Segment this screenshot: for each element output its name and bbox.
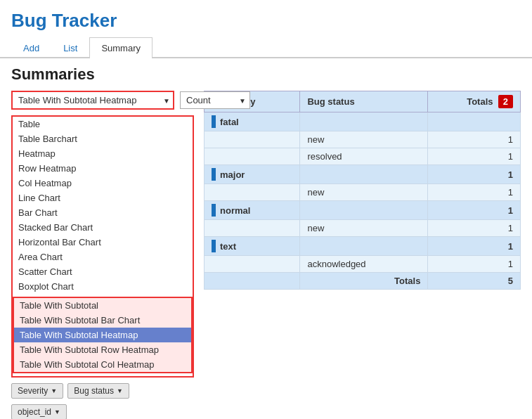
dropdown-item-area-chart[interactable]: Area Chart (13, 250, 193, 264)
groupby-buttons: Severity ▼ Bug status ▼ (11, 383, 194, 399)
field-objectid-caret: ▼ (54, 408, 60, 415)
severity-cell: normal (205, 201, 300, 220)
value-cell: 1 (428, 201, 521, 220)
severity-cell: major (205, 165, 300, 184)
groupby-bugstatus-caret: ▼ (117, 387, 123, 394)
bugstatus-cell (300, 201, 428, 220)
value-cell: 1 (428, 256, 521, 273)
groupby-severity-label: Severity (18, 386, 48, 396)
groupby-bugstatus-btn[interactable]: Bug status ▼ (67, 383, 129, 399)
severity-label: normal (220, 205, 250, 216)
dropdown-item-table-with-subtotal-bar-chart[interactable]: Table With Subtotal Bar Chart (14, 313, 191, 328)
bugstatus-cell (300, 112, 428, 131)
row-heatmap-bar (212, 204, 216, 217)
dropdown-item-line-chart[interactable]: Line Chart (13, 191, 193, 205)
dropdown-item-boxplot-chart[interactable]: Boxplot Chart (13, 279, 193, 294)
severity-label: major (220, 169, 245, 180)
table-row-totals: Totals 5 (205, 273, 521, 290)
table-row: text 1 (205, 237, 521, 256)
severity-cell (205, 256, 300, 273)
right-panel: Severity Bug status Totals 2 (204, 91, 521, 419)
severity-cell: text (205, 237, 300, 256)
bugstatus-cell: new (300, 220, 428, 237)
dropdown-item-bar-chart[interactable]: Bar Chart (13, 205, 193, 220)
tab-list[interactable]: List (51, 37, 89, 58)
dropdown-group-subtotal: Table With Subtotal Table With Subtotal … (13, 297, 193, 373)
aggregation-select-wrapper[interactable]: Count Sum Average ▼ (180, 91, 250, 109)
severity-cell (205, 184, 300, 201)
field-objectid-label: object_id (18, 407, 51, 417)
severity-cell (205, 273, 300, 290)
dropdown-item-stacked-bar-chart[interactable]: Stacked Bar Chart (13, 220, 193, 235)
severity-label: text (220, 241, 236, 252)
app-title: Bug Tracker (0, 0, 532, 36)
value-cell: 1 (428, 131, 521, 148)
row-heatmap-bar (212, 115, 216, 128)
dropdown-item-table-barchart[interactable]: Table Barchart (13, 131, 193, 146)
severity-cell (205, 131, 300, 148)
severity-cell (205, 220, 300, 237)
severity-cell: fatal (205, 112, 300, 131)
bugstatus-cell (300, 237, 428, 256)
bugstatus-cell: resolved (300, 148, 428, 165)
aggregation-select[interactable]: Count Sum Average (180, 91, 250, 109)
dropdown-item-horizontal-bar-chart[interactable]: Horizontal Bar Chart (13, 235, 193, 250)
table-row: resolved 1 (205, 148, 521, 165)
field-buttons: object_id ▼ object_type ▼ creation_date … (11, 404, 194, 419)
dropdown-item-heatmap[interactable]: Heatmap (13, 146, 193, 161)
field-objectid-btn[interactable]: object_id ▼ (11, 404, 67, 419)
dropdown-item-scatter-chart[interactable]: Scatter Chart (13, 264, 193, 279)
table-row: normal 1 (205, 201, 521, 220)
dropdown-item-table-with-subtotal-row-heatmap[interactable]: Table With Subtotal Row Heatmap (14, 342, 191, 357)
dropdown-item-table-with-subtotal-heatmap[interactable]: Table With Subtotal Heatmap (14, 328, 191, 342)
value-cell: 1 (428, 237, 521, 256)
value-cell: 1 (428, 148, 521, 165)
bugstatus-cell (300, 165, 428, 184)
bugstatus-cell: acknowledged (300, 256, 428, 273)
table-row: fatal (205, 112, 521, 131)
summary-table: Severity Bug status Totals 2 (204, 91, 521, 290)
page-heading: Summaries (11, 65, 521, 84)
th-totals: Totals 2 (428, 91, 521, 112)
table-row: new 1 (205, 131, 521, 148)
bugstatus-cell: new (300, 131, 428, 148)
tab-add[interactable]: Add (11, 37, 51, 58)
bugstatus-cell: Totals (300, 273, 428, 290)
severity-label: fatal (220, 117, 239, 127)
row-heatmap-bar (212, 240, 216, 252)
tabs-bar: Add List Summary (0, 36, 532, 58)
chart-type-select[interactable]: Table Table Barchart Heatmap Row Heatmap… (11, 91, 174, 110)
total-badge: 2 (498, 95, 513, 108)
table-row: new 1 (205, 184, 521, 201)
row-heatmap-bar (212, 168, 216, 181)
table-row: new 1 (205, 220, 521, 237)
bugstatus-cell: new (300, 184, 428, 201)
value-cell: 1 (428, 184, 521, 201)
tab-summary[interactable]: Summary (89, 37, 153, 58)
dropdown-item-table-with-subtotal[interactable]: Table With Subtotal (14, 298, 191, 313)
value-cell (428, 112, 521, 131)
dropdown-item-row-heatmap[interactable]: Row Heatmap (13, 161, 193, 176)
value-cell: 1 (428, 220, 521, 237)
dropdown-item-table-with-subtotal-col-heatmap[interactable]: Table With Subtotal Col Heatmap (14, 357, 191, 372)
chart-type-select-wrapper[interactable]: Table Table Barchart Heatmap Row Heatmap… (11, 91, 174, 110)
value-cell: 1 (428, 165, 521, 184)
groupby-severity-caret: ▼ (51, 387, 57, 394)
table-row: acknowledged 1 (205, 256, 521, 273)
left-panel: Table Table Barchart Heatmap Row Heatmap… (11, 91, 194, 419)
severity-cell (205, 148, 300, 165)
th-bugstatus: Bug status (300, 91, 428, 112)
chart-type-dropdown-list: Table Table Barchart Heatmap Row Heatmap… (11, 115, 194, 378)
groupby-bugstatus-label: Bug status (74, 386, 114, 396)
dropdown-item-table[interactable]: Table (13, 117, 193, 131)
header-totals: Totals (467, 96, 493, 107)
dropdown-item-col-heatmap[interactable]: Col Heatmap (13, 176, 193, 191)
table-row: major 1 (205, 165, 521, 184)
value-cell: 5 (428, 273, 521, 290)
groupby-severity-btn[interactable]: Severity ▼ (11, 383, 63, 399)
